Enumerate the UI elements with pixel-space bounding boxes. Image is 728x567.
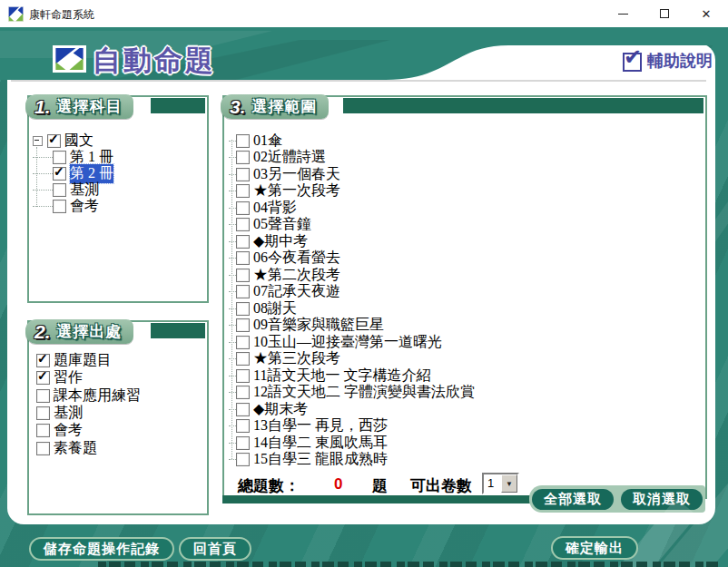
checkbox[interactable] [236, 201, 250, 215]
checkbox[interactable]: ✓ [47, 134, 61, 148]
checkbox[interactable] [236, 436, 250, 450]
panel2-header-bar [151, 323, 205, 338]
marquee-text-clipped [98, 562, 721, 567]
copies-dropdown[interactable]: 1 ▼ [482, 473, 519, 494]
subject-tree-item[interactable]: 第 1 冊 [33, 149, 113, 165]
subject-tree-item[interactable]: 基測 [33, 181, 113, 198]
checkbox[interactable] [236, 419, 250, 433]
total-unit-label: 題 [372, 475, 388, 496]
checkbox[interactable] [36, 406, 50, 420]
scope-item[interactable]: 05聲音鐘 [229, 217, 475, 234]
page-title: 自動命題 [93, 42, 216, 80]
scope-item[interactable]: 15自學三 龍眼成熟時 [229, 452, 475, 469]
home-button[interactable]: 回首頁 [179, 537, 251, 561]
tree-stub [229, 258, 236, 259]
item-label: 題庫題目 [54, 351, 112, 370]
scope-list: 01傘02近體詩選03另一個春天★第一次段考04背影05聲音鐘◆期中考06今夜看… [229, 132, 475, 468]
source-list: ✓題庫題目✓習作課本應用練習基測會考素養題 [36, 352, 141, 457]
minimize-button[interactable] [602, 0, 644, 27]
save-log-button[interactable]: 儲存命題操作記錄 [29, 537, 174, 561]
checkbox[interactable]: ✓ [36, 354, 50, 367]
app-icon [8, 6, 24, 22]
source-option[interactable]: 基測 [36, 405, 141, 422]
scope-item[interactable]: ★第一次段考 [229, 183, 475, 200]
scope-item[interactable]: ★第二次段考 [229, 267, 475, 284]
checkbox[interactable] [236, 285, 250, 298]
scope-item[interactable]: 11語文天地一 文字構造介紹 [229, 367, 475, 385]
select-all-button[interactable]: 全部選取 [532, 489, 614, 510]
checkbox[interactable] [236, 168, 250, 181]
tree-stub [229, 459, 236, 460]
scope-item[interactable]: 08謝天 [229, 300, 475, 318]
checkbox[interactable] [236, 302, 250, 316]
tree-stub [229, 208, 236, 209]
scope-item[interactable]: 02近體詩選 [229, 150, 475, 167]
checkbox[interactable] [36, 389, 50, 403]
source-option[interactable]: ✓習作 [36, 369, 141, 386]
checkbox[interactable] [236, 251, 250, 265]
checkbox[interactable] [236, 134, 250, 148]
scope-item[interactable]: 04背影 [229, 200, 475, 217]
source-option[interactable]: 素養題 [36, 439, 141, 456]
tree-expander-icon[interactable] [33, 136, 43, 146]
item-label: 習作 [54, 368, 83, 387]
checkbox[interactable] [236, 235, 250, 249]
deselect-button[interactable]: 取消選取 [621, 489, 703, 510]
scope-connector [231, 140, 232, 459]
confirm-output-button[interactable]: 確定輸出 [551, 536, 638, 560]
scope-item[interactable]: ◆期中考 [229, 233, 475, 250]
panel1-header: 1. 選擇科目 [25, 94, 133, 119]
checkbox[interactable] [236, 369, 250, 383]
tree-stub [229, 174, 236, 175]
scope-item[interactable]: 10玉山—迎接臺灣第一道曙光 [229, 334, 475, 351]
scope-item[interactable]: 14自學二 東風吹馬耳 [229, 435, 475, 452]
checkbox[interactable] [236, 184, 250, 198]
panel2-number: 2. [34, 321, 51, 343]
tree-stub [229, 409, 236, 410]
checkbox[interactable] [236, 218, 250, 231]
checkbox[interactable] [236, 269, 250, 282]
source-option[interactable]: ✓題庫題目 [36, 352, 141, 369]
checkbox[interactable] [236, 352, 250, 366]
tree-stub [229, 191, 236, 191]
scope-item[interactable]: 03另一個春天 [229, 166, 475, 183]
checkbox[interactable] [53, 183, 66, 197]
title-bar: 康軒命題系統 ✕ [0, 0, 728, 27]
dropdown-arrow-icon[interactable]: ▼ [501, 474, 517, 493]
scope-item[interactable]: 07記承天夜遊 [229, 284, 475, 301]
scope-item[interactable]: 09音樂家與職籃巨星 [229, 318, 475, 335]
item-label: 課本應用練習 [54, 386, 141, 406]
scope-item[interactable]: 01傘 [229, 132, 475, 150]
scope-item[interactable]: 06今夜看螢去 [229, 250, 475, 268]
checkbox[interactable] [36, 442, 50, 455]
source-option[interactable]: 會考 [36, 422, 141, 439]
checkbox[interactable] [236, 336, 250, 349]
tree-stub [229, 157, 236, 158]
subject-tree-item[interactable]: ✓第 2 冊 [33, 165, 113, 181]
checkbox[interactable] [53, 200, 66, 213]
scope-item[interactable]: 13自學一 再見，西莎 [229, 418, 475, 435]
checkbox[interactable] [236, 318, 250, 332]
app-window: 康軒命題系統 ✕ 自動命題 ✔ 輔助說明 1. 選擇科目 ✓國文第 1 冊✓第 … [0, 0, 728, 567]
help-button[interactable]: ✔ 輔助說明 [623, 50, 713, 72]
subject-tree-root[interactable]: ✓國文 [33, 132, 113, 149]
checkbox[interactable] [236, 403, 250, 416]
checkbox[interactable]: ✓ [36, 371, 50, 385]
scope-item[interactable]: ★第三次段考 [229, 351, 475, 368]
checkbox[interactable] [236, 453, 250, 466]
tree-stub [229, 358, 236, 359]
checkbox[interactable] [53, 151, 66, 164]
checkbox[interactable] [236, 151, 250, 164]
maximize-button[interactable] [644, 0, 685, 27]
checkbox[interactable] [236, 386, 250, 399]
source-option[interactable]: 課本應用練習 [36, 387, 141, 405]
scope-item[interactable]: ◆期末考 [229, 401, 475, 418]
scope-item[interactable]: 12語文天地二 字體演變與書法欣賞 [229, 385, 475, 402]
checkbox[interactable] [36, 424, 50, 437]
tree-stub [229, 308, 236, 309]
header-divider [11, 80, 706, 82]
close-button[interactable]: ✕ [685, 0, 727, 27]
subject-tree-item[interactable]: 會考 [33, 198, 113, 214]
tree-stub [229, 241, 236, 242]
checkbox[interactable]: ✓ [53, 167, 66, 181]
